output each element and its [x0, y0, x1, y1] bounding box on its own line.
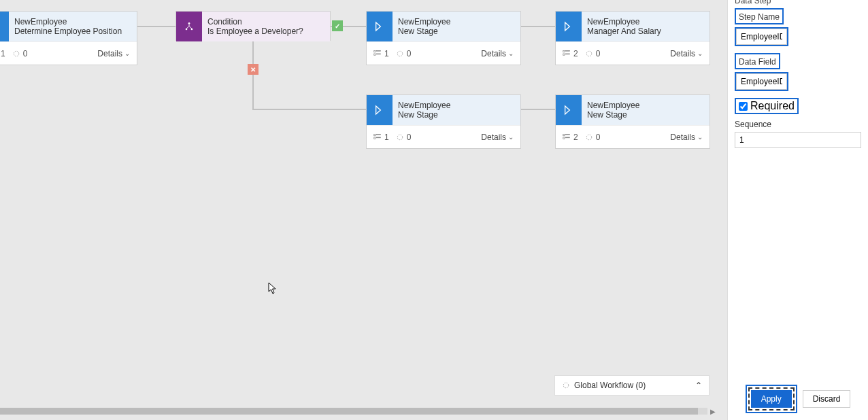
node-subtitle: New Stage: [398, 27, 515, 36]
details-toggle[interactable]: Details⌄: [481, 133, 514, 142]
workflow-canvas[interactable]: NewEmployee Determine Employee Position …: [0, 0, 727, 420]
svg-point-22: [397, 135, 403, 140]
connector: [521, 26, 555, 27]
conditions-count: 0: [396, 133, 412, 142]
svg-point-6: [186, 29, 188, 31]
stage-icon: [0, 12, 9, 41]
svg-rect-13: [563, 50, 565, 52]
node-subtitle: New Stage: [398, 110, 515, 120]
details-toggle[interactable]: Details⌄: [97, 49, 130, 58]
conditions-count: 0: [12, 49, 28, 58]
data-field-input[interactable]: [736, 73, 787, 90]
svg-rect-10: [374, 54, 375, 55]
sequence-label: Sequence: [735, 120, 861, 129]
details-toggle[interactable]: Details⌄: [670, 133, 703, 142]
node-title: NewEmployee: [14, 17, 131, 27]
stage-node-manager-salary[interactable]: NewEmployee Manager And Salary 2 0 Detai…: [555, 11, 710, 65]
required-checkbox[interactable]: [739, 102, 748, 111]
chevron-down-icon: ⌄: [508, 50, 514, 57]
stage-icon: [367, 95, 393, 125]
connector: [137, 26, 176, 27]
svg-rect-23: [563, 134, 565, 135]
svg-rect-18: [374, 134, 375, 135]
node-subtitle: New Stage: [587, 110, 704, 120]
connector: [521, 109, 555, 110]
steps-count: 2: [563, 49, 578, 58]
node-title: NewEmployee: [398, 17, 515, 27]
svg-rect-15: [563, 54, 565, 55]
global-workflow-bar[interactable]: Global Workflow (0) ⌃: [554, 375, 710, 396]
apply-button[interactable]: Apply: [751, 390, 792, 408]
details-toggle[interactable]: Details⌄: [481, 49, 514, 58]
stage-node-new-stage-2[interactable]: NewEmployee New Stage 1 0 Details⌄: [366, 94, 521, 149]
node-title: NewEmployee: [587, 17, 704, 27]
stage-node-determine-position[interactable]: NewEmployee Determine Employee Position …: [0, 11, 137, 65]
svg-rect-21: [377, 137, 381, 138]
workflow-icon: [562, 381, 570, 389]
steps-count: 2: [563, 133, 578, 142]
chevron-down-icon: ⌄: [124, 50, 130, 57]
steps-count: 1: [373, 49, 389, 58]
node-subtitle: Manager And Salary: [587, 27, 704, 36]
discard-button[interactable]: Discard: [803, 390, 851, 408]
sequence-input[interactable]: [735, 132, 861, 148]
required-label: Required: [750, 100, 795, 112]
panel-header: Data Step: [735, 0, 861, 8]
stage-icon: [556, 12, 582, 41]
svg-rect-8: [374, 50, 375, 52]
chevron-down-icon: ⌄: [697, 133, 703, 141]
svg-rect-24: [566, 134, 570, 135]
svg-point-5: [188, 22, 190, 24]
node-subtitle: Determine Employee Position: [14, 27, 131, 36]
data-field-label: Data Field: [739, 57, 776, 67]
svg-rect-14: [566, 50, 570, 51]
step-name-label: Step Name: [739, 12, 780, 22]
svg-rect-16: [566, 54, 570, 54]
conditions-count: 0: [585, 49, 601, 58]
properties-panel: Data Step Step Name Data Field Required …: [727, 0, 868, 420]
details-toggle[interactable]: Details⌄: [670, 49, 703, 58]
svg-rect-25: [563, 137, 565, 139]
node-title: Condition: [207, 17, 324, 27]
conditions-count: 0: [396, 49, 412, 58]
svg-point-28: [563, 383, 569, 388]
scroll-right-arrow[interactable]: ▶: [710, 408, 718, 415]
svg-rect-19: [377, 134, 381, 135]
stage-icon: [367, 12, 393, 41]
condition-false-badge[interactable]: ✕: [248, 64, 258, 75]
steps-count: 1: [0, 49, 5, 58]
svg-point-4: [14, 51, 19, 56]
svg-point-27: [586, 135, 592, 140]
connector: [252, 41, 254, 109]
mouse-cursor-icon: [268, 282, 276, 294]
step-name-input[interactable]: [736, 29, 787, 45]
node-title: NewEmployee: [398, 101, 515, 110]
stage-node-new-stage-3[interactable]: NewEmployee New Stage 2 0 Details⌄: [555, 94, 710, 149]
connector: [252, 109, 366, 110]
condition-node[interactable]: Condition Is Employee a Developer?: [176, 11, 331, 41]
canvas-horizontal-scrollbar[interactable]: ▶: [0, 408, 707, 415]
chevron-down-icon: ⌄: [508, 133, 514, 141]
svg-point-12: [397, 51, 403, 56]
svg-rect-9: [377, 50, 381, 51]
svg-point-7: [191, 29, 193, 31]
stage-node-new-stage-1[interactable]: NewEmployee New Stage 1 0 Details⌄: [366, 11, 521, 65]
svg-rect-11: [377, 54, 381, 54]
node-title: NewEmployee: [587, 101, 704, 110]
node-subtitle: Is Employee a Developer?: [207, 27, 324, 36]
svg-rect-20: [374, 137, 375, 139]
scrollbar-thumb[interactable]: [0, 408, 698, 415]
svg-rect-26: [566, 137, 570, 138]
svg-point-17: [586, 51, 592, 56]
steps-count: 1: [373, 133, 389, 142]
condition-true-badge[interactable]: ✓: [332, 20, 343, 31]
chevron-up-icon: ⌃: [695, 381, 702, 390]
stage-icon: [556, 95, 582, 125]
global-workflow-label: Global Workflow (0): [574, 381, 646, 390]
conditions-count: 0: [585, 133, 601, 142]
chevron-down-icon: ⌄: [697, 50, 703, 57]
condition-icon: [176, 12, 202, 41]
